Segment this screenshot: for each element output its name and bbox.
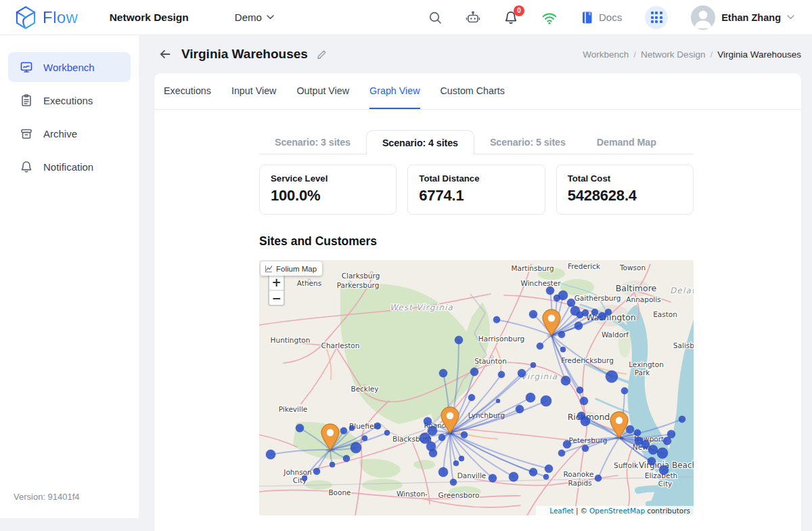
customer-marker[interactable] bbox=[509, 472, 518, 482]
customer-marker[interactable] bbox=[296, 424, 304, 432]
customer-marker[interactable] bbox=[545, 465, 553, 473]
customer-marker[interactable] bbox=[493, 316, 500, 323]
customer-marker[interactable] bbox=[581, 417, 590, 426]
sidebar-item-notification[interactable]: Notification bbox=[8, 152, 131, 182]
customer-marker[interactable] bbox=[470, 368, 478, 376]
customer-marker[interactable] bbox=[439, 369, 447, 377]
customer-marker[interactable] bbox=[531, 362, 536, 368]
customer-marker[interactable] bbox=[641, 440, 650, 448]
tab-scenario-3-sites[interactable]: Scenario: 3 sites bbox=[259, 130, 366, 154]
customer-marker[interactable] bbox=[455, 336, 463, 344]
zoom-in-button[interactable]: + bbox=[269, 275, 284, 290]
apps-menu-button[interactable] bbox=[645, 6, 668, 29]
sidebar-item-executions[interactable]: Executions bbox=[8, 85, 131, 115]
customer-marker[interactable] bbox=[302, 475, 307, 481]
customer-marker[interactable] bbox=[429, 449, 437, 457]
customer-marker[interactable] bbox=[537, 343, 543, 349]
customer-marker[interactable] bbox=[591, 309, 598, 316]
tab-input-view[interactable]: Input View bbox=[231, 73, 277, 109]
tab-executions[interactable]: Executions bbox=[164, 73, 211, 109]
customer-marker[interactable] bbox=[574, 322, 583, 330]
customer-marker[interactable] bbox=[526, 393, 535, 402]
customer-marker[interactable] bbox=[349, 425, 355, 431]
tab-scenario-4-sites[interactable]: Scenario: 4 sites bbox=[366, 130, 474, 154]
customer-marker[interactable] bbox=[374, 423, 381, 429]
customer-marker[interactable] bbox=[313, 468, 320, 475]
sidebar-item-archive[interactable]: Archive bbox=[8, 119, 131, 148]
tab-output-view[interactable]: Output View bbox=[296, 73, 349, 109]
app-logo[interactable]: Flow bbox=[15, 6, 78, 29]
customer-marker[interactable] bbox=[384, 430, 390, 436]
docs-button[interactable]: Docs bbox=[581, 11, 622, 24]
customer-marker[interactable] bbox=[558, 450, 565, 456]
customer-marker[interactable] bbox=[659, 465, 669, 475]
customer-marker[interactable] bbox=[330, 462, 335, 467]
customer-marker[interactable] bbox=[558, 331, 565, 338]
customer-marker[interactable] bbox=[489, 474, 497, 482]
folium-map[interactable]: ClarksburgAthensParkersburgMartinsburgFr… bbox=[259, 260, 694, 515]
customer-marker[interactable] bbox=[563, 440, 571, 448]
customer-marker[interactable] bbox=[450, 479, 457, 486]
customer-marker[interactable] bbox=[351, 442, 361, 453]
edit-title-button[interactable] bbox=[316, 49, 328, 60]
customer-marker[interactable] bbox=[428, 426, 437, 436]
customer-marker[interactable] bbox=[580, 397, 588, 405]
customer-marker[interactable] bbox=[621, 387, 628, 394]
customer-marker[interactable] bbox=[453, 461, 459, 466]
customer-marker[interactable] bbox=[498, 371, 505, 378]
customer-marker[interactable] bbox=[634, 429, 641, 436]
customer-marker[interactable] bbox=[461, 431, 468, 438]
customer-marker[interactable] bbox=[606, 370, 618, 383]
customer-marker[interactable] bbox=[424, 417, 432, 425]
breadcrumb-workbench[interactable]: Workbench bbox=[583, 49, 629, 60]
customer-marker[interactable] bbox=[459, 456, 464, 461]
customer-marker[interactable] bbox=[529, 310, 537, 318]
customer-marker[interactable] bbox=[438, 434, 445, 441]
customer-marker[interactable] bbox=[516, 405, 524, 413]
customer-marker[interactable] bbox=[679, 416, 685, 423]
customer-marker[interactable] bbox=[558, 291, 568, 300]
customer-marker[interactable] bbox=[595, 475, 602, 482]
customer-marker[interactable] bbox=[605, 309, 612, 316]
customer-marker[interactable] bbox=[496, 399, 500, 403]
customer-marker[interactable] bbox=[582, 445, 589, 452]
tab-custom-charts[interactable]: Custom Charts bbox=[441, 73, 505, 109]
back-button[interactable] bbox=[156, 45, 174, 63]
connection-status[interactable] bbox=[541, 10, 558, 25]
customer-marker[interactable] bbox=[543, 474, 549, 480]
customer-marker[interactable] bbox=[362, 436, 367, 441]
customer-marker[interactable] bbox=[561, 376, 570, 385]
workspace-selector[interactable]: Demo bbox=[235, 12, 274, 23]
customer-marker[interactable] bbox=[567, 299, 575, 307]
customer-marker[interactable] bbox=[648, 457, 656, 465]
zoom-out-button[interactable]: − bbox=[269, 290, 284, 305]
customer-marker[interactable] bbox=[541, 396, 551, 406]
customer-marker[interactable] bbox=[577, 387, 583, 394]
customer-marker[interactable] bbox=[667, 430, 675, 438]
notifications-button[interactable]: 0 bbox=[503, 10, 518, 25]
assistant-button[interactable] bbox=[466, 10, 480, 25]
search-button[interactable] bbox=[428, 10, 443, 25]
customer-marker[interactable] bbox=[582, 310, 589, 316]
customer-marker[interactable] bbox=[343, 455, 350, 462]
customer-marker[interactable] bbox=[657, 448, 668, 459]
tab-graph-view[interactable]: Graph View bbox=[369, 73, 420, 109]
tab-scenario-5-sites[interactable]: Scenario: 5 sites bbox=[474, 130, 581, 154]
tab-demand-map[interactable]: Demand Map bbox=[581, 130, 672, 154]
customer-marker[interactable] bbox=[340, 427, 347, 434]
customer-marker[interactable] bbox=[560, 347, 566, 352]
customer-marker[interactable] bbox=[648, 445, 658, 454]
customer-marker[interactable] bbox=[438, 467, 448, 477]
sidebar-item-workbench[interactable]: Workbench bbox=[8, 52, 131, 82]
openstreetmap-link[interactable]: OpenStreetMap bbox=[589, 507, 645, 515]
user-menu[interactable]: Ethan Zhang bbox=[691, 5, 794, 30]
leaflet-link[interactable]: Leaflet bbox=[549, 507, 574, 515]
customer-marker[interactable] bbox=[266, 450, 275, 459]
breadcrumb-network-design[interactable]: Network Design bbox=[641, 49, 705, 60]
customer-marker[interactable] bbox=[546, 286, 554, 295]
customer-marker[interactable] bbox=[626, 425, 634, 433]
customer-marker[interactable] bbox=[518, 369, 526, 377]
customer-marker[interactable] bbox=[468, 394, 475, 401]
customer-marker[interactable] bbox=[529, 468, 537, 476]
folium-map-badge[interactable]: Folium Map bbox=[261, 261, 322, 276]
